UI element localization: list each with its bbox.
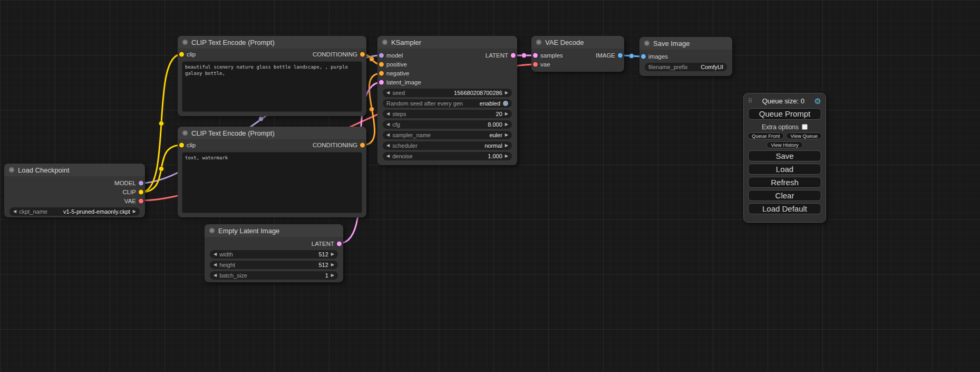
output-slot-model[interactable] <box>139 180 143 185</box>
widget-width[interactable]: ◀ width 512 ▶ <box>210 250 338 259</box>
collapse-toggle-icon[interactable] <box>182 130 188 136</box>
queue-prompt-button[interactable]: Queue Prompt <box>748 108 821 120</box>
node-vae-decode[interactable]: VAE Decode samples IMAGE vae <box>531 36 624 72</box>
widget-value: normal <box>484 142 502 149</box>
collapse-toggle-icon[interactable] <box>644 41 649 46</box>
view-history-button[interactable]: View History <box>766 141 803 148</box>
collapse-toggle-icon[interactable] <box>209 228 215 233</box>
node-ksampler[interactable]: KSampler model LATENT positive negative … <box>377 36 517 165</box>
widget-sampler-name[interactable]: ◀ sampler_name euler ▶ <box>383 131 512 139</box>
extra-options-row: Extra options <box>744 123 826 130</box>
slot-label: negative <box>386 70 409 77</box>
node-header[interactable]: CLIP Text Encode (Prompt) <box>178 36 366 49</box>
output-slot-conditioning[interactable] <box>360 143 365 148</box>
node-clip-text-encode-negative[interactable]: CLIP Text Encode (Prompt) clip CONDITION… <box>178 127 366 217</box>
increment-arrow-icon[interactable]: ▶ <box>505 131 508 139</box>
view-queue-button[interactable]: View Queue <box>786 132 822 139</box>
widget-cfg[interactable]: ◀ cfg 8.000 ▶ <box>383 120 512 129</box>
settings-gear-icon[interactable]: ⚙ <box>814 97 821 105</box>
node-header[interactable]: Empty Latent Image <box>205 224 343 237</box>
widget-scheduler[interactable]: ◀ scheduler normal ▶ <box>383 141 512 150</box>
decrement-arrow-icon[interactable]: ◀ <box>214 250 217 259</box>
drag-handle-icon[interactable]: ⠿ <box>748 98 752 104</box>
increment-arrow-icon[interactable]: ▶ <box>133 207 136 216</box>
collapse-toggle-icon[interactable] <box>9 167 14 173</box>
output-slot-conditioning[interactable] <box>360 52 365 57</box>
widget-value: enabled <box>480 100 500 107</box>
refresh-button[interactable]: Refresh <box>748 177 821 188</box>
input-slot-positive[interactable] <box>379 62 384 66</box>
decrement-arrow-icon[interactable]: ◀ <box>214 271 217 280</box>
input-slot-samples[interactable] <box>533 53 538 58</box>
input-slot-vae[interactable] <box>533 62 538 66</box>
load-default-button[interactable]: Load Default <box>748 203 821 214</box>
widget-steps[interactable]: ◀ steps 20 ▶ <box>383 110 512 118</box>
queue-front-button[interactable]: Queue Front <box>748 132 784 139</box>
input-slot-latent-image[interactable] <box>379 80 384 84</box>
slot-row: LATENT <box>205 239 343 248</box>
slot-label: CONDITIONING <box>313 142 357 148</box>
slot-label: model <box>386 52 403 59</box>
node-title: VAE Decode <box>545 39 584 46</box>
input-slot-model[interactable] <box>379 53 384 58</box>
input-slot-negative[interactable] <box>379 71 384 75</box>
increment-arrow-icon[interactable]: ▶ <box>505 110 508 118</box>
increment-arrow-icon[interactable]: ▶ <box>331 250 334 259</box>
input-slot-clip[interactable] <box>179 143 184 148</box>
slot-label: LATENT <box>486 52 508 59</box>
prompt-textarea[interactable]: beautiful scenery nature glass bottle la… <box>182 61 362 112</box>
input-slot-clip[interactable] <box>179 52 184 57</box>
output-slot-image[interactable] <box>618 53 623 58</box>
node-header[interactable]: Load Checkpoint <box>4 164 145 176</box>
decrement-arrow-icon[interactable]: ◀ <box>386 141 390 150</box>
load-button[interactable]: Load <box>748 164 821 175</box>
increment-arrow-icon[interactable]: ▶ <box>505 141 508 150</box>
widget-filename-prefix[interactable]: filename_prefix ComfyUI <box>645 63 727 71</box>
node-header[interactable]: Save Image <box>639 37 732 50</box>
increment-arrow-icon[interactable]: ▶ <box>505 89 508 97</box>
widget-label: sampler_name <box>392 132 431 138</box>
widget-value: v1-5-pruned-emaonly.ckpt <box>63 208 130 215</box>
decrement-arrow-icon[interactable]: ◀ <box>386 152 390 160</box>
widget-value: euler <box>489 132 502 138</box>
widget-height[interactable]: ◀ height 512 ▶ <box>210 261 338 269</box>
decrement-arrow-icon[interactable]: ◀ <box>386 131 390 139</box>
node-header[interactable]: KSampler <box>377 36 517 49</box>
decrement-arrow-icon[interactable]: ◀ <box>13 207 16 216</box>
increment-arrow-icon[interactable]: ▶ <box>331 271 334 280</box>
graph-canvas[interactable]: { "icons": { "left_arrow": "◀", "right_a… <box>0 0 980 372</box>
widget-denoise[interactable]: ◀ denoise 1.000 ▶ <box>383 152 512 160</box>
output-slot-vae[interactable] <box>139 198 143 203</box>
input-slot-images[interactable] <box>641 54 646 59</box>
slot-label: LATENT <box>312 241 334 247</box>
node-load-checkpoint[interactable]: Load Checkpoint MODEL CLIP VAE ◀ ckpt_na… <box>4 164 145 217</box>
node-header[interactable]: CLIP Text Encode (Prompt) <box>178 127 366 139</box>
collapse-toggle-icon[interactable] <box>536 40 541 45</box>
collapse-toggle-icon[interactable] <box>382 40 387 45</box>
widget-control-after-generate[interactable]: Random seed after every gen enabled <box>383 99 512 108</box>
node-empty-latent-image[interactable]: Empty Latent Image LATENT ◀ width 512 ▶ … <box>205 224 343 282</box>
node-save-image[interactable]: Save Image images filename_prefix ComfyU… <box>639 37 732 76</box>
decrement-arrow-icon[interactable]: ◀ <box>386 120 390 129</box>
increment-arrow-icon[interactable]: ▶ <box>331 261 334 269</box>
widget-batch-size[interactable]: ◀ batch_size 1 ▶ <box>210 271 338 280</box>
toggle-knob-icon[interactable] <box>503 101 508 106</box>
widget-seed[interactable]: ◀ seed 156680208700286 ▶ <box>383 89 512 97</box>
node-header[interactable]: VAE Decode <box>531 36 624 49</box>
decrement-arrow-icon[interactable]: ◀ <box>386 110 390 118</box>
decrement-arrow-icon[interactable]: ◀ <box>386 89 390 97</box>
output-slot-latent[interactable] <box>511 53 516 58</box>
extra-options-checkbox[interactable] <box>802 124 808 130</box>
clear-button[interactable]: Clear <box>748 190 821 201</box>
increment-arrow-icon[interactable]: ▶ <box>505 120 508 129</box>
increment-arrow-icon[interactable]: ▶ <box>505 152 508 160</box>
prompt-textarea[interactable]: text, watermark <box>182 152 362 213</box>
output-slot-clip[interactable] <box>139 189 143 194</box>
output-slot-latent[interactable] <box>337 241 342 246</box>
slot-row: samples IMAGE <box>531 51 624 60</box>
node-clip-text-encode-positive[interactable]: CLIP Text Encode (Prompt) clip CONDITION… <box>178 36 366 116</box>
collapse-toggle-icon[interactable] <box>182 40 188 45</box>
decrement-arrow-icon[interactable]: ◀ <box>214 261 217 269</box>
save-button[interactable]: Save <box>748 150 821 161</box>
widget-ckpt-name[interactable]: ◀ ckpt_name v1-5-pruned-emaonly.ckpt ▶ <box>9 207 140 216</box>
